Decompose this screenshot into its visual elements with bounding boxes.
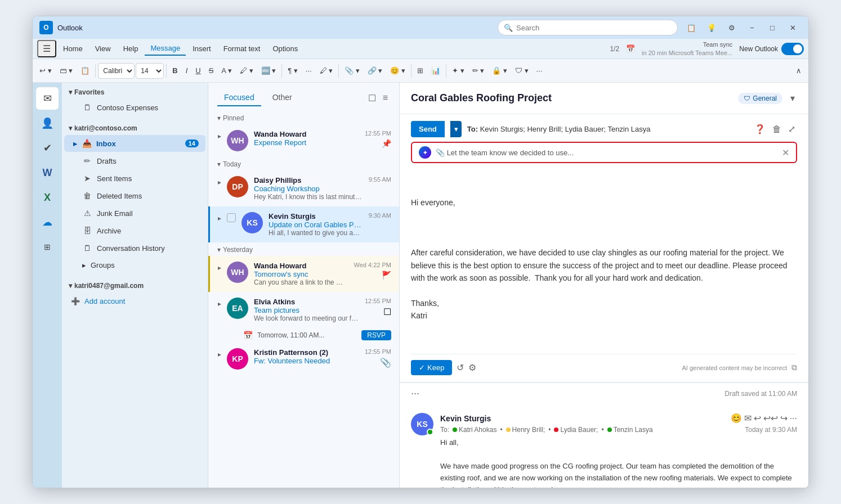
attach-button[interactable]: 📎 ▾ [341, 62, 363, 80]
copilot-button[interactable]: ✦ ▾ [449, 62, 468, 80]
apps-nav-icon[interactable]: ⊞ [36, 236, 59, 258]
font-size-selector[interactable]: 14 [136, 63, 164, 79]
reply-button[interactable]: ↩ [754, 413, 761, 424]
paste-button[interactable]: 📋 [77, 62, 93, 80]
highlight-button[interactable]: 🖊 ▾ [236, 62, 257, 80]
help-compose-button[interactable]: ❓ [753, 122, 767, 136]
folder-contoso-expenses[interactable]: 🗒 Contoso Expenses [64, 99, 205, 116]
copy-button[interactable]: ⧉ [791, 363, 797, 372]
more-button[interactable]: ··· [533, 62, 546, 80]
email-item-elvia[interactable]: ▸ EA Elvia Atkins Team pictures We look … [208, 292, 399, 328]
maximize-button[interactable]: □ [763, 20, 781, 35]
people-nav-icon[interactable]: 👤 [36, 112, 59, 134]
new-outlook-switch[interactable] [781, 43, 804, 55]
hamburger-menu[interactable]: ☰ [37, 40, 56, 57]
gmail-section: ▾ katri0487@gmail.com [62, 276, 208, 292]
undo-button[interactable]: ↩ ▾ [36, 62, 55, 80]
onedrive-nav-icon[interactable]: ☁ [36, 211, 59, 233]
bold-button[interactable]: B [169, 62, 181, 80]
folder-junk[interactable]: ⚠ Junk Email [64, 205, 205, 222]
search-input[interactable] [516, 24, 672, 32]
format-clear-button[interactable]: 🔤 ▾ [258, 62, 280, 80]
email-checkbox-kevin[interactable] [227, 213, 236, 222]
forward-all-button[interactable]: ✉ [744, 413, 751, 424]
compose-body[interactable]: Hi everyone, After careful consideration… [411, 169, 797, 349]
send-button[interactable]: Send [411, 121, 445, 137]
format-button[interactable]: 🗃 ▾ [56, 62, 77, 80]
clipboard-icon[interactable]: 📋 [682, 20, 700, 35]
text-color-button[interactable]: A ▾ [218, 62, 235, 80]
popout-compose-button[interactable]: ⤢ [786, 122, 797, 136]
chart-button[interactable]: 📊 [428, 62, 444, 80]
settings-icon[interactable]: ⚙ [723, 20, 741, 35]
sensitivity-button[interactable]: 🔒 ▾ [489, 62, 511, 80]
folder-groups[interactable]: ▸ Groups [64, 257, 205, 273]
detail-collapse-button[interactable]: ▾ [788, 91, 797, 106]
emoji-react-button[interactable]: 😊 [731, 413, 742, 424]
thread-more-button[interactable]: ··· [411, 388, 419, 399]
folder-drafts[interactable]: ✏ Drafts [64, 152, 205, 169]
menu-home[interactable]: Home [57, 42, 88, 55]
tasks-nav-icon[interactable]: ✔ [36, 137, 59, 159]
more-message-button[interactable]: ··· [790, 413, 797, 424]
excel-nav-icon[interactable]: X [36, 186, 59, 209]
favorites-header[interactable]: ▾ Favorites [62, 83, 208, 98]
checkmark-icon: ✓ [419, 363, 425, 372]
rsvp-button[interactable]: RSVP [361, 330, 391, 340]
strikethrough-button[interactable]: S [205, 62, 217, 80]
filter-view-icon[interactable]: ☐ [366, 91, 378, 106]
link-button[interactable]: 🔗 ▾ [364, 62, 386, 80]
emoji-button[interactable]: 😊 ▾ [387, 62, 409, 80]
email-item-kristin[interactable]: ▸ KP Kristin Patternson (2) Fw: Voluntee… [208, 343, 399, 375]
mail-nav-icon[interactable]: ✉ [36, 87, 59, 110]
ai-suggestion-close[interactable]: ✕ [782, 147, 789, 158]
menu-message[interactable]: Message [145, 42, 186, 56]
spelling-button[interactable]: 🖊 ▾ [316, 62, 337, 80]
send-dropdown-button[interactable]: ▾ [450, 121, 462, 137]
email-item-wanda-sync[interactable]: ▸ WH Wanda Howard Tomorrow's sync Can yo… [208, 256, 399, 292]
forward-button[interactable]: ↪ [780, 413, 788, 424]
tab-other[interactable]: Other [266, 89, 299, 106]
today-group-header[interactable]: ▾ Today [208, 157, 399, 170]
italic-button[interactable]: I [182, 62, 191, 80]
encrypt-button[interactable]: 🛡 ▾ [512, 62, 532, 80]
reply-all-button[interactable]: ↩↩ [763, 413, 778, 424]
more-format-button[interactable]: ··· [302, 62, 315, 80]
keep-button[interactable]: ✓ Keep [411, 360, 452, 375]
folder-sent[interactable]: ➤ Sent Items [64, 170, 205, 187]
delete-compose-button[interactable]: 🗑 [771, 122, 783, 136]
email-list-icons: ☐ ≡ [366, 91, 390, 106]
folder-archive[interactable]: 🗄 Archive [64, 222, 205, 239]
lightbulb-icon[interactable]: 💡 [703, 20, 721, 35]
email-item-daisy[interactable]: ▸ DP Daisy Phillips Coaching Workshop He… [208, 170, 399, 206]
pinned-group-header[interactable]: ▾ Pinned [208, 111, 399, 124]
gmail-header[interactable]: ▾ katri0487@gmail.com [62, 276, 208, 292]
menu-help[interactable]: Help [118, 42, 144, 55]
close-button[interactable]: ✕ [784, 20, 802, 35]
table-button[interactable]: ⊞ [414, 62, 427, 80]
draw-button[interactable]: ✏ ▾ [469, 62, 488, 80]
menu-format-text[interactable]: Format text [218, 42, 266, 55]
account-header[interactable]: ▾ katri@contoso.com [62, 119, 208, 134]
minimize-button[interactable]: − [743, 20, 761, 35]
word-nav-icon[interactable]: W [36, 161, 59, 184]
tab-focused[interactable]: Focused [217, 89, 261, 106]
yesterday-group-header[interactable]: ▾ Yesterday [208, 242, 399, 256]
add-account-button[interactable]: ➕ Add account [64, 292, 205, 310]
collapse-button[interactable]: ∧ [793, 62, 805, 80]
folder-inbox[interactable]: ▸ 📥 Inbox 14 [64, 135, 205, 152]
menu-insert[interactable]: Insert [187, 42, 217, 55]
paragraph-button[interactable]: ¶ ▾ [284, 62, 301, 80]
folder-conv-history[interactable]: 🗒 Conversation History [64, 240, 205, 256]
search-bar[interactable]: 🔍 [498, 20, 678, 35]
folder-deleted[interactable]: 🗑 Deleted Items [64, 187, 205, 204]
settings-compose-button[interactable]: ⚙ [468, 362, 476, 373]
email-item-kevin[interactable]: ▸ KS Kevin Sturgis Update on Coral Gable… [208, 206, 399, 242]
underline-button[interactable]: U [192, 62, 204, 80]
filter-sort-icon[interactable]: ≡ [381, 91, 390, 106]
menu-options[interactable]: Options [267, 42, 303, 55]
refresh-button[interactable]: ↺ [457, 362, 464, 373]
email-item-wanda-pinned[interactable]: ▸ WH Wanda Howard Expense Report 12:55 P… [208, 124, 399, 157]
font-selector[interactable]: Calibri [98, 63, 135, 79]
menu-view[interactable]: View [90, 42, 117, 55]
